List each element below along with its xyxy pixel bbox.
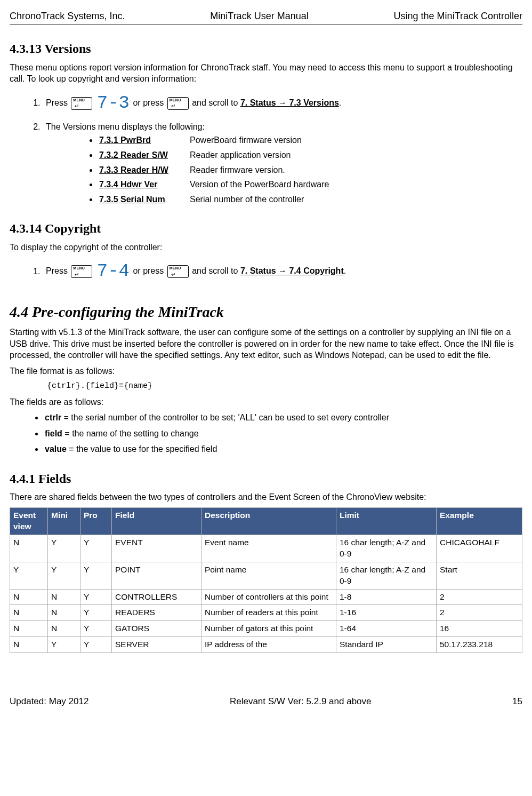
header-right: Using the MiniTrack Controller xyxy=(394,10,522,22)
header-left: ChronoTrack Systems, Inc. xyxy=(10,10,125,22)
table-cell: CHICAGOHALF xyxy=(437,535,522,562)
table-cell: Y xyxy=(80,535,112,562)
versions-item: 7.3.3 Reader H/WReader firmware version. xyxy=(98,164,522,176)
versions-steps: Press 7-3 or press and scroll to 7. Stat… xyxy=(10,91,522,205)
table-cell: N xyxy=(10,605,48,621)
keypad-digits: 7-4 xyxy=(97,261,130,281)
ini-format-code: {ctrlr}.{field}={name} xyxy=(47,381,522,392)
footer-page-number: 15 xyxy=(512,696,522,708)
copyright-step-1: Press 7-4 or press and scroll to 7. Stat… xyxy=(43,259,522,284)
th-field: Field xyxy=(112,507,201,535)
table-cell: N xyxy=(10,637,48,653)
copyright-steps: Press 7-4 or press and scroll to 7. Stat… xyxy=(10,259,522,284)
preconfig-p1: Starting with v5.1.3 of the MiniTrack so… xyxy=(10,327,522,361)
table-row: NYYSERVERIP address of theStandard IP50.… xyxy=(10,637,522,653)
menu-path: 7. Status → 7.3 Versions xyxy=(240,98,339,107)
versions-item: 7.3.1 PwrBrdPowerBoard firmware version xyxy=(98,134,522,146)
table-cell: N xyxy=(48,621,80,637)
table-cell: Standard IP xyxy=(336,637,437,653)
table-cell: N xyxy=(10,621,48,637)
def-item: value = the value to use for the specifi… xyxy=(44,443,522,455)
page-footer: Updated: May 2012 Relevant S/W Ver: 5.2.… xyxy=(10,696,522,708)
table-cell: 50.17.233.218 xyxy=(437,637,522,653)
table-cell: 1-16 xyxy=(336,605,437,621)
table-row: NNYREADERSNumber of readers at this poin… xyxy=(10,605,522,621)
versions-item: 7.3.4 Hdwr VerVersion of the PowerBoard … xyxy=(98,179,522,190)
table-cell: Y xyxy=(80,562,112,589)
versions-step-1: Press 7-3 or press and scroll to 7. Stat… xyxy=(43,91,522,116)
table-cell: 1-8 xyxy=(336,589,437,605)
copyright-intro: To display the copyright of the controll… xyxy=(10,242,522,253)
footer-center: Relevant S/W Ver: 5.2.9 and above xyxy=(230,696,372,708)
table-cell: Event name xyxy=(201,535,336,562)
menu-key-icon xyxy=(71,97,92,110)
table-cell: Y xyxy=(80,605,112,621)
table-cell: Y xyxy=(48,562,80,589)
table-cell: Number of readers at this point xyxy=(201,605,336,621)
table-cell: 16 char length; A-Z and 0-9 xyxy=(336,562,437,589)
table-cell: SERVER xyxy=(112,637,201,653)
table-cell: Y xyxy=(80,589,112,605)
table-cell: Y xyxy=(10,562,48,589)
versions-items: 7.3.1 PwrBrdPowerBoard firmware version … xyxy=(46,134,522,205)
th-example: Example xyxy=(437,507,522,535)
table-cell: CONTROLLERS xyxy=(112,589,201,605)
field-definitions: ctrlr = the serial number of the control… xyxy=(10,412,522,455)
table-cell: Y xyxy=(80,637,112,653)
fields-table: Event view Mini Pro Field Description Li… xyxy=(10,507,522,653)
menu-key-icon xyxy=(71,265,92,278)
table-cell: EVENT xyxy=(112,535,201,562)
table-cell: N xyxy=(10,589,48,605)
versions-step-2: The Versions menu displays the following… xyxy=(43,121,522,205)
table-cell: GATORS xyxy=(112,621,201,637)
heading-preconfig: 4.4 Pre-configuring the MiniTrack xyxy=(10,302,522,322)
keypad-digits: 7-3 xyxy=(97,93,130,113)
table-cell: Number of controllers at this point xyxy=(201,589,336,605)
table-cell: 2 xyxy=(437,589,522,605)
versions-item: 7.3.2 Reader S/WReader application versi… xyxy=(98,149,522,161)
table-header-row: Event view Mini Pro Field Description Li… xyxy=(10,507,522,535)
heading-versions: 4.3.13 Versions xyxy=(10,40,522,57)
table-cell: 1-64 xyxy=(336,621,437,637)
versions-intro: These menu options report version inform… xyxy=(10,62,522,85)
def-item: ctrlr = the serial number of the control… xyxy=(44,412,522,424)
table-cell: Y xyxy=(48,535,80,562)
def-item: field = the name of the setting to chang… xyxy=(44,428,522,440)
table-cell: Y xyxy=(48,637,80,653)
table-cell: Start xyxy=(437,562,522,589)
th-limit: Limit xyxy=(336,507,437,535)
th-mini: Mini xyxy=(48,507,80,535)
table-cell: Number of gators at this point xyxy=(201,621,336,637)
table-cell: IP address of the xyxy=(201,637,336,653)
menu-key-icon xyxy=(167,265,189,278)
table-cell: POINT xyxy=(112,562,201,589)
header-center: MiniTrack User Manual xyxy=(210,10,308,22)
table-cell: 16 char length; A-Z and 0-9 xyxy=(336,535,437,562)
heading-copyright: 4.3.14 Copyright xyxy=(10,220,522,237)
table-cell: Y xyxy=(80,621,112,637)
th-event-view: Event view xyxy=(10,507,48,535)
preconfig-p3: The fields are as follows: xyxy=(10,396,522,408)
menu-key-icon xyxy=(167,97,189,110)
header-rule xyxy=(10,25,522,25)
footer-left: Updated: May 2012 xyxy=(10,696,88,708)
table-cell: N xyxy=(48,589,80,605)
heading-fields: 4.4.1 Fields xyxy=(10,470,522,487)
table-cell: READERS xyxy=(112,605,201,621)
table-row: NYYEVENTEvent name16 char length; A-Z an… xyxy=(10,535,522,562)
table-cell: Point name xyxy=(201,562,336,589)
table-row: NNYGATORSNumber of gators at this point1… xyxy=(10,621,522,637)
page-header: ChronoTrack Systems, Inc. MiniTrack User… xyxy=(10,10,522,22)
menu-path: 7. Status → 7.4 Copyright xyxy=(240,267,344,276)
th-pro: Pro xyxy=(80,507,112,535)
table-cell: 16 xyxy=(437,621,522,637)
th-description: Description xyxy=(201,507,336,535)
versions-item: 7.3.5 Serial NumSerial number of the con… xyxy=(98,194,522,205)
table-row: NNYCONTROLLERSNumber of controllers at t… xyxy=(10,589,522,605)
table-cell: 2 xyxy=(437,605,522,621)
table-cell: N xyxy=(10,535,48,562)
preconfig-p2: The file format is as follows: xyxy=(10,365,522,377)
table-row: YYYPOINTPoint name16 char length; A-Z an… xyxy=(10,562,522,589)
table-cell: N xyxy=(48,605,80,621)
fields-intro: There are shared fields between the two … xyxy=(10,491,522,503)
